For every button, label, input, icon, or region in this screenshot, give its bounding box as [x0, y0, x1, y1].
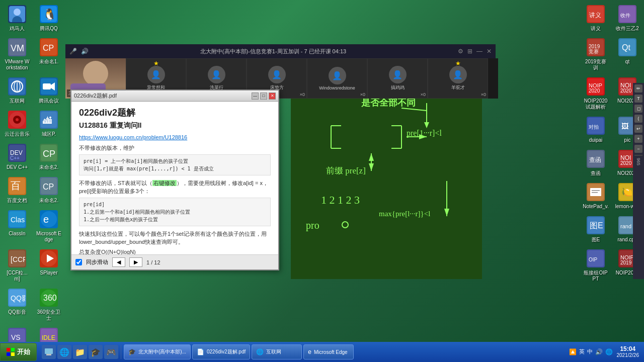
desktop-icon-splayer[interactable]: SPlayer: [34, 247, 63, 284]
stream-icon-grid[interactable]: ⊞: [467, 48, 472, 55]
desktop-icon-baidu[interactable]: 百 百度文档: [3, 174, 32, 205]
browser-quick-btn[interactable]: 🌐: [57, 345, 71, 359]
desktop-icon-tencent-meeting[interactable]: 腾讯会议: [34, 75, 63, 106]
desktop-icon-qq[interactable]: 🐧 腾讯QQ: [34, 3, 63, 33]
svg-text:Class: Class: [11, 216, 25, 224]
desktop-icon-noip2020-pdf[interactable]: NOIP2020 NOIP2020试题解析: [581, 75, 610, 112]
desktop-icon-internet[interactable]: 互联网: [3, 75, 32, 106]
desktop-icon-oippt[interactable]: OIP 瓶接组OIPPT: [581, 247, 610, 284]
tool-btn-7[interactable]: −: [634, 145, 642, 153]
desktop-icon-vmware[interactable]: VM VMware Workstation: [3, 36, 32, 72]
show-desktop-btn[interactable]: [42, 345, 56, 359]
svg-text:pre[1···r]<l: pre[1···r]<l: [407, 129, 442, 138]
pdf-prev-btn[interactable]: ◀: [112, 257, 125, 267]
tool-btn-1[interactable]: ✏: [634, 84, 642, 93]
svg-marker-100: [424, 122, 429, 128]
start-button[interactable]: 开始: [0, 343, 37, 361]
svg-text:VS: VS: [11, 333, 21, 341]
taskbar-task-internet[interactable]: 🌐 互联网: [252, 344, 302, 359]
svg-point-18: [16, 118, 19, 121]
desktop-icon-unnamed2[interactable]: CP 未命名2.: [34, 141, 63, 172]
pdf-code2: pre[id] 1.之后第一个和a[id]相同颜色相同的孩子位置 1.之后一个相…: [79, 198, 271, 226]
stream-icon-speaker: 🔊: [81, 48, 89, 55]
game-quick-btn[interactable]: 🎮: [104, 345, 118, 359]
tool-btn-3[interactable]: ◻: [634, 105, 642, 113]
desktop-icon-2019comp[interactable]: 2019竞赛 2019竞赛训: [581, 36, 610, 72]
tool-btn-6[interactable]: +: [634, 135, 642, 143]
file-quick-btn[interactable]: 📁: [73, 345, 87, 359]
left-desktop-icons: 鸡马人 🐧 腾讯QQ VM VMware Workstation CP 未命名1…: [0, 0, 65, 342]
desktop-icon-cp2[interactable]: CP 未命名2.: [34, 174, 63, 205]
desktop-icon-360[interactable]: 360 360安全卫士: [34, 286, 63, 323]
desktop-icon-jima[interactable]: 鸡马人: [3, 3, 32, 33]
pdf-page-info: 1 / 12: [146, 259, 160, 265]
desktop-icon-figure[interactable]: 图E 图E: [581, 214, 610, 244]
svg-text:对拍: 对拍: [589, 124, 599, 130]
desktop-icon-edge[interactable]: e Microsoft Edge: [34, 208, 63, 244]
svg-marker-111: [369, 153, 374, 161]
svg-rect-84: [592, 190, 600, 191]
tray-text-ime: 中: [587, 348, 593, 355]
desktop-icon-devcpp[interactable]: DEVC++ DEV C++: [3, 141, 32, 172]
desktop-icon-duipai[interactable]: 对拍 duipai: [581, 114, 610, 145]
svg-rect-122: [7, 352, 10, 356]
desktop-icon-ccf[interactable]: [CCF [CCF粒...m]: [3, 247, 32, 284]
desktop-icon-collection[interactable]: 收件 收件三乙2: [613, 3, 642, 33]
svg-text:🍋: 🍋: [621, 187, 633, 198]
tool-btn-5[interactable]: ↩: [634, 125, 642, 133]
pdf-footer: 同步滑动 ◀ ▶ 1 / 12: [71, 254, 278, 269]
svg-marker-112: [369, 163, 374, 171]
pdf-problem-link[interactable]: https://www.luogu.com.cn/problem/U128816: [79, 134, 271, 140]
svg-text:2020: 2020: [589, 88, 600, 94]
desktop-icon-music[interactable]: 云迁云音乐: [3, 108, 32, 139]
tool-btn-2[interactable]: T: [634, 95, 642, 103]
desktop-icon-qt[interactable]: Qt qt: [613, 36, 642, 72]
clock: 15:04 2021/2/26: [617, 345, 639, 358]
desktop-icon-classin[interactable]: Class ClassIn: [3, 208, 32, 244]
taskbar-task-edge[interactable]: e Microsoft Edge: [303, 344, 354, 359]
tool-label: 965: [636, 158, 641, 165]
taskbar-task-classin[interactable]: 🎓 北大附中(高中本部)...: [124, 344, 191, 359]
stream-icon-settings[interactable]: ⚙: [458, 48, 463, 55]
blackboard-svg: 是否全部不同 pre[1···r]<l 前缀 pre[z]: [291, 83, 482, 279]
desktop-icon-lecture[interactable]: 讲义 讲义: [581, 3, 610, 33]
quick-launch: 🌐 📁 🎓 🎮: [39, 345, 121, 359]
pdf-maximize-btn[interactable]: □: [260, 93, 267, 100]
svg-text:竞赛: 竞赛: [589, 49, 599, 54]
pdf-text2: 不带修改的话，ST表就可以（右键修改），需要使用线段树，修改a[id] = x，…: [79, 179, 271, 195]
svg-rect-125: [46, 354, 51, 355]
svg-marker-119: [444, 209, 449, 216]
clock-date: 2021/2/26: [617, 352, 639, 358]
pdf-window: 0226div2题解.pdf — □ ✕ 0226div2题解 U128816 …: [70, 89, 279, 270]
desktop-icon-pic[interactable]: 🏙 城区P.: [34, 108, 63, 139]
svg-rect-85: [592, 192, 598, 193]
svg-line-98: [401, 108, 427, 111]
desktop-icon-notepad[interactable]: NotePad_v.: [581, 180, 610, 211]
pdf-text3: 快速找到这些位置，可以每个颜色开1个set记录所有这个颜色孩子的位置，用lowe…: [79, 230, 271, 246]
tool-btn-4[interactable]: ⟨: [634, 115, 642, 123]
stream-minimize-btn[interactable]: —: [476, 48, 482, 55]
taskbar-task-pdf[interactable]: 📄 0226div2题解.pdf: [192, 344, 250, 359]
clock-time: 15:04: [617, 345, 639, 352]
pdf-close-btn[interactable]: ✕: [269, 93, 276, 100]
pdf-text1: 不带修改的版本，维护: [79, 144, 271, 152]
classin-quick-btn[interactable]: 🎓: [89, 345, 103, 359]
svg-rect-14: [43, 83, 51, 89]
desktop-icon-cp1[interactable]: CP 未命名1.: [34, 36, 63, 72]
svg-text:2020: 2020: [620, 160, 632, 166]
pdf-minimize-btn[interactable]: —: [252, 93, 259, 100]
blackboard: 是否全部不同 pre[1···r]<l 前缀 pre[z]: [291, 83, 482, 279]
svg-text:360: 360: [43, 294, 57, 302]
start-label: 开始: [17, 347, 30, 356]
svg-text:VM: VM: [11, 43, 24, 53]
tray-icon-network2: 🌐: [605, 348, 613, 355]
svg-text:图E: 图E: [590, 221, 603, 230]
pdf-sync-label: 同步滑动: [86, 258, 108, 266]
desktop-icon-qqvideo[interactable]: QQ影 QQ影音: [3, 286, 32, 323]
pdf-sync-checkbox[interactable]: [75, 259, 82, 265]
desktop-icon-query[interactable]: 查函 查函: [581, 147, 610, 178]
desktop: 鸡马人 🐧 腾讯QQ VM VMware Workstation CP 未命名1…: [0, 0, 644, 362]
svg-text:是否全部不同: 是否全部不同: [361, 97, 416, 108]
pdf-next-btn[interactable]: ▶: [129, 257, 142, 267]
stream-close-btn[interactable]: ✕: [487, 48, 492, 55]
